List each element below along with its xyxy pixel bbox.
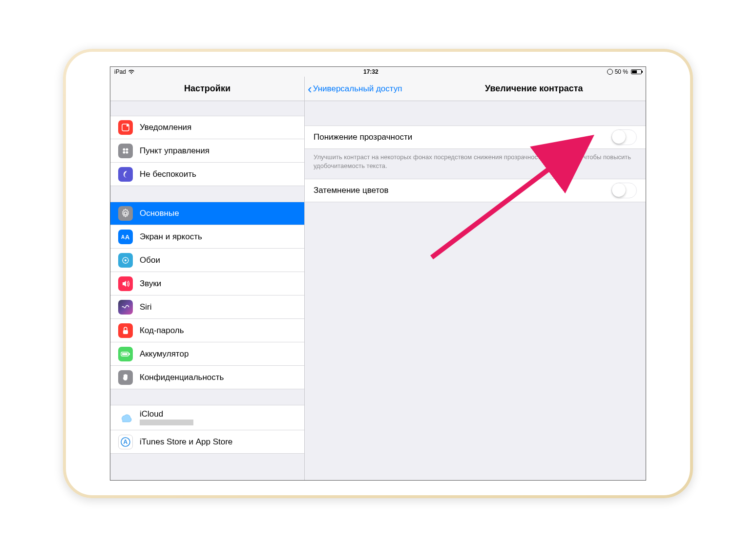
notifications-icon bbox=[118, 120, 133, 135]
toggle-reduce-transparency[interactable] bbox=[611, 129, 637, 145]
device-label: iPad bbox=[114, 68, 126, 75]
row-reduce-transparency: Понижение прозрачности bbox=[305, 126, 646, 149]
svg-rect-18 bbox=[129, 353, 130, 355]
sidebar-item-notifications[interactable]: Уведомления bbox=[110, 116, 304, 139]
gear-icon bbox=[118, 206, 133, 221]
row-darken-colors: Затемнение цветов bbox=[305, 179, 646, 202]
sidebar-item-label: Звуки bbox=[140, 279, 161, 289]
cloud-icon bbox=[118, 410, 133, 425]
row-label: Затемнение цветов bbox=[314, 186, 611, 195]
chevron-left-icon: ‹ bbox=[308, 83, 312, 95]
sidebar-item-label: Экран и яркость bbox=[140, 232, 202, 242]
sidebar-item-siri[interactable]: Siri bbox=[110, 295, 304, 319]
sidebar-item-label: Основные bbox=[140, 209, 179, 218]
back-button[interactable]: ‹ Универсальный доступ bbox=[308, 83, 402, 95]
sidebar-item-label: Не беспокоить bbox=[140, 169, 196, 179]
hand-icon bbox=[118, 370, 133, 385]
siri-icon bbox=[118, 300, 133, 315]
sidebar-item-wallpaper[interactable]: Обои bbox=[110, 249, 304, 272]
svg-point-5 bbox=[126, 151, 128, 153]
sidebar-item-label: Уведомления bbox=[140, 123, 191, 132]
screen: iPad 17:32 50 % Настройки bbox=[110, 66, 646, 481]
settings-sidebar: Настройки Уведомления bbox=[110, 77, 305, 480]
svg-text:A: A bbox=[125, 233, 130, 240]
control-center-icon bbox=[118, 144, 133, 158]
svg-rect-17 bbox=[122, 353, 127, 355]
sidebar-item-display[interactable]: AA Экран и яркость bbox=[110, 225, 304, 249]
wifi-icon bbox=[128, 69, 135, 74]
svg-text:A: A bbox=[121, 234, 125, 240]
sidebar-title: Настройки bbox=[110, 77, 304, 101]
svg-point-6 bbox=[124, 212, 127, 215]
sidebar-group-2: Основные AA Экран и яркость bbox=[110, 202, 304, 389]
status-bar: iPad 17:32 50 % bbox=[110, 67, 646, 77]
svg-text:A: A bbox=[124, 439, 128, 445]
toggle-darken-colors[interactable] bbox=[611, 183, 637, 198]
svg-point-2 bbox=[123, 148, 126, 150]
svg-rect-15 bbox=[123, 330, 128, 334]
sidebar-item-label: iCloud bbox=[140, 410, 296, 419]
ipad-bezel: iPad 17:32 50 % Настройки bbox=[66, 52, 690, 495]
sidebar-item-label: Конфиденциальность bbox=[140, 373, 224, 382]
sidebar-item-label: Siri bbox=[140, 302, 152, 312]
sidebar-item-passcode[interactable]: Код-пароль bbox=[110, 319, 304, 342]
detail-nav-bar: ‹ Универсальный доступ ‹ pad Увеличение … bbox=[305, 77, 646, 101]
icloud-account-redacted bbox=[140, 420, 193, 425]
sidebar-item-sounds[interactable]: Звуки bbox=[110, 272, 304, 295]
sidebar-group-1: Уведомления Пункт управления bbox=[110, 116, 304, 186]
detail-title: Увеличение контраста bbox=[485, 84, 583, 94]
rotation-lock-icon bbox=[607, 69, 613, 75]
sidebar-item-label: Аккумулятор bbox=[140, 349, 189, 359]
sidebar-item-label: Обои bbox=[140, 255, 160, 265]
sidebar-item-label: Код-пароль bbox=[140, 326, 184, 336]
row-label: Понижение прозрачности bbox=[314, 132, 611, 142]
ipad-frame: iPad 17:32 50 % Настройки bbox=[63, 49, 693, 498]
sidebar-group-3: iCloud A iTunes Store и App Store bbox=[110, 405, 304, 454]
svg-point-4 bbox=[123, 151, 126, 153]
detail-pane: ‹ Универсальный доступ ‹ pad Увеличение … bbox=[305, 77, 646, 480]
back-label: Универсальный доступ bbox=[313, 84, 402, 94]
battery-icon bbox=[118, 347, 133, 361]
svg-point-10 bbox=[125, 259, 126, 261]
sidebar-item-itunes[interactable]: A iTunes Store и App Store bbox=[110, 430, 304, 454]
appstore-icon: A bbox=[118, 435, 133, 449]
sidebar-item-label: iTunes Store и App Store bbox=[140, 437, 232, 447]
sidebar-item-control-center[interactable]: Пункт управления bbox=[110, 139, 304, 163]
sidebar-item-dnd[interactable]: Не беспокоить bbox=[110, 163, 304, 186]
sidebar-item-general[interactable]: Основные bbox=[110, 202, 304, 225]
svg-point-3 bbox=[126, 148, 128, 150]
sidebar-item-privacy[interactable]: Конфиденциальность bbox=[110, 366, 304, 389]
sidebar-item-battery[interactable]: Аккумулятор bbox=[110, 342, 304, 366]
row-note: Улучшить контраст на некоторых фонах пос… bbox=[305, 149, 646, 179]
sidebar-item-icloud[interactable]: iCloud bbox=[110, 405, 304, 430]
speaker-icon bbox=[118, 276, 133, 291]
lock-icon bbox=[118, 323, 133, 338]
sidebar-item-label: Пункт управления bbox=[140, 146, 210, 156]
svg-point-1 bbox=[126, 125, 128, 126]
battery-label: 50 % bbox=[615, 68, 628, 75]
wallpaper-icon bbox=[118, 253, 133, 268]
moon-icon bbox=[118, 167, 133, 182]
display-icon: AA bbox=[118, 230, 133, 244]
status-time: 17:32 bbox=[135, 68, 607, 75]
battery-icon bbox=[631, 69, 642, 74]
